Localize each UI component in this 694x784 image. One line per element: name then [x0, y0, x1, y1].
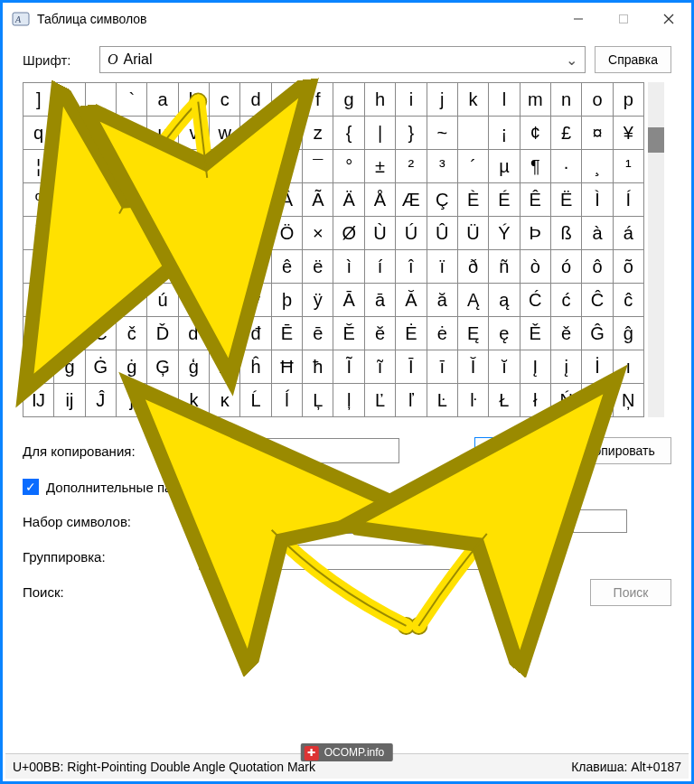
char-cell[interactable]: Ï	[54, 217, 85, 250]
char-cell[interactable]: v	[179, 117, 210, 150]
char-cell[interactable]: ³	[427, 150, 458, 183]
char-cell[interactable]: Ķ	[147, 384, 178, 417]
char-cell[interactable]: }	[396, 117, 427, 150]
char-cell[interactable]: h	[365, 83, 396, 117]
char-cell[interactable]: ·	[551, 150, 582, 183]
char-cell[interactable]: ģ	[179, 350, 210, 384]
char-cell[interactable]: x	[240, 117, 271, 150]
char-cell[interactable]: ĩ	[365, 350, 396, 384]
char-cell[interactable]: Ċ	[23, 317, 54, 350]
char-cell[interactable]: č	[117, 317, 147, 350]
char-cell[interactable]: à	[582, 217, 613, 250]
char-cell[interactable]: m	[520, 83, 551, 117]
char-cell[interactable]: ĵ	[117, 384, 147, 417]
char-cell[interactable]: ń	[582, 384, 613, 417]
char-cell[interactable]: g	[333, 83, 364, 117]
char-cell[interactable]: Å	[365, 183, 396, 217]
char-cell[interactable]: p	[614, 83, 644, 117]
char-cell[interactable]: û	[179, 284, 210, 317]
char-cell[interactable]: Ė	[396, 317, 427, 350]
copy-input[interactable]: « »	[199, 438, 399, 463]
char-cell[interactable]: r	[54, 117, 85, 150]
char-cell[interactable]: ¦	[23, 150, 54, 183]
char-cell[interactable]: ĉ	[614, 284, 644, 317]
char-cell[interactable]: -	[240, 150, 271, 183]
char-cell[interactable]: ï	[427, 250, 458, 284]
char-cell[interactable]: ñ	[489, 250, 520, 284]
char-cell[interactable]: ¨	[86, 150, 117, 183]
advanced-checkbox[interactable]: ✓	[23, 479, 39, 495]
char-cell[interactable]: ¢	[520, 117, 551, 150]
char-cell[interactable]: ~	[427, 117, 458, 150]
char-cell[interactable]: Ĳ	[23, 384, 54, 417]
char-cell[interactable]: t	[117, 117, 147, 150]
find-unicode-input[interactable]	[573, 509, 627, 533]
char-cell[interactable]: Ñ	[117, 217, 147, 250]
char-cell[interactable]: ł	[520, 384, 551, 417]
char-cell[interactable]: o	[582, 83, 613, 117]
char-cell[interactable]: l	[489, 83, 520, 117]
char-cell[interactable]: ^	[54, 83, 85, 117]
char-cell[interactable]: æ	[147, 250, 178, 284]
char-cell[interactable]: ă	[427, 284, 458, 317]
char-cell[interactable]: Ë	[551, 183, 582, 217]
char-cell[interactable]: ē	[303, 317, 333, 350]
char-cell[interactable]: ô	[582, 250, 613, 284]
char-cell[interactable]: q	[23, 117, 54, 150]
char-cell[interactable]: Ī	[396, 350, 427, 384]
char-cell[interactable]: ¾	[147, 183, 178, 217]
char-cell[interactable]: ÿ	[303, 284, 333, 317]
char-cell[interactable]: Ĕ	[333, 317, 364, 350]
grid-scrollbar[interactable]	[648, 82, 664, 417]
char-cell[interactable]: ī	[427, 350, 458, 384]
char-cell[interactable]: «	[179, 150, 210, 183]
copy-button[interactable]: Копировать	[570, 437, 671, 464]
char-cell[interactable]: Ņ	[614, 384, 644, 417]
char-cell[interactable]: î	[396, 250, 427, 284]
char-cell[interactable]: Ğ	[23, 350, 54, 384]
char-cell[interactable]: å	[117, 250, 147, 284]
char-cell[interactable]: í	[365, 250, 396, 284]
char-cell[interactable]: ě	[551, 317, 582, 350]
char-cell[interactable]: Ĥ	[210, 350, 240, 384]
char-cell[interactable]: Á	[240, 183, 271, 217]
char-cell[interactable]: y	[272, 117, 303, 150]
char-cell[interactable]: ª	[147, 150, 178, 183]
char-cell[interactable]: ¤	[582, 117, 613, 150]
char-cell[interactable]: Ĉ	[582, 284, 613, 317]
char-cell[interactable]: ħ	[303, 350, 333, 384]
char-cell[interactable]: À	[210, 183, 240, 217]
char-cell[interactable]: ä	[86, 250, 117, 284]
char-cell[interactable]: Ç	[427, 183, 458, 217]
char-cell[interactable]: ð	[458, 250, 489, 284]
minimize-button[interactable]	[556, 3, 601, 35]
char-cell[interactable]: ¯	[303, 150, 333, 183]
char-cell[interactable]: Û	[427, 217, 458, 250]
char-cell[interactable]: k	[458, 83, 489, 117]
char-cell[interactable]: c	[210, 83, 240, 117]
char-cell[interactable]: Â	[272, 183, 303, 217]
char-cell[interactable]: Õ	[240, 217, 271, 250]
char-cell[interactable]: Ă	[396, 284, 427, 317]
char-cell[interactable]: ¿	[179, 183, 210, 217]
char-cell[interactable]: ã	[54, 250, 85, 284]
char-cell[interactable]: z	[303, 117, 333, 150]
char-cell[interactable]: ¼	[86, 183, 117, 217]
char-cell[interactable]: ø	[86, 284, 117, 317]
char-cell[interactable]: ¡	[489, 117, 520, 150]
char-cell[interactable]: n	[551, 83, 582, 117]
char-cell[interactable]: Ú	[396, 217, 427, 250]
char-cell[interactable]: ę	[489, 317, 520, 350]
char-cell[interactable]	[458, 117, 489, 150]
char-cell[interactable]: f	[303, 83, 333, 117]
char-cell[interactable]: ď	[179, 317, 210, 350]
char-cell[interactable]: £	[551, 117, 582, 150]
char-cell[interactable]: Č	[86, 317, 117, 350]
char-cell[interactable]: ĳ	[54, 384, 85, 417]
font-select[interactable]: O Arial ⌄	[99, 46, 586, 73]
char-cell[interactable]: e	[272, 83, 303, 117]
char-cell[interactable]: ė	[427, 317, 458, 350]
char-cell[interactable]: ¶	[520, 150, 551, 183]
char-cell[interactable]: Ê	[520, 183, 551, 217]
char-cell[interactable]: Đ	[210, 317, 240, 350]
